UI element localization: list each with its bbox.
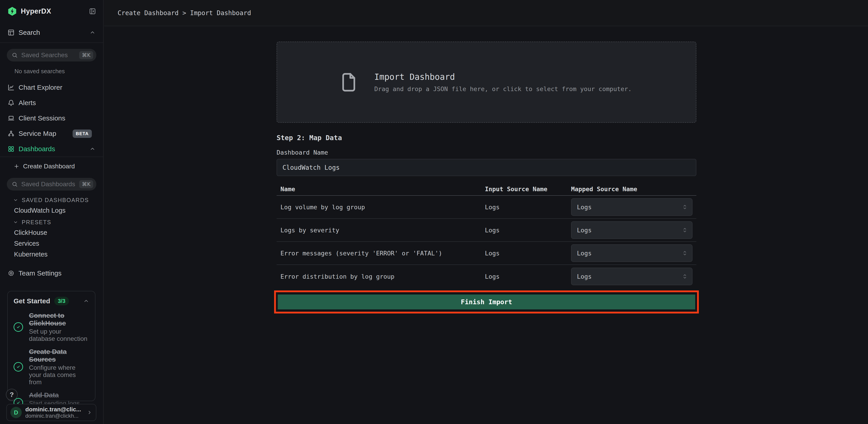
input-source-value: Logs: [485, 250, 571, 257]
saved-searches-placeholder: Saved Searches: [21, 52, 68, 59]
sidebar-item-kubernetes[interactable]: Kubernetes: [0, 249, 103, 260]
input-source-value: Logs: [485, 273, 571, 280]
import-dashboard-content: Import Dashboard Drag and drop a JSON fi…: [277, 27, 696, 424]
search-icon: [12, 181, 18, 187]
search-section-label: Search: [19, 29, 40, 36]
group-label: SAVED DASHBOARDS: [22, 197, 89, 203]
shortcut-badge: ⌘K: [79, 180, 93, 188]
app-logo[interactable]: HyperDX: [0, 0, 103, 23]
dropzone-subtitle: Drag and drop a JSON file here, or click…: [374, 86, 632, 92]
select-chevrons-icon: [682, 227, 687, 233]
dashboard-name-label: Dashboard Name: [277, 149, 328, 156]
sidebar-nav: Chart Explorer Alerts Client Sessions: [0, 80, 103, 157]
sidebar-item-services[interactable]: Services: [0, 238, 103, 249]
presets-group[interactable]: PRESETS: [0, 217, 103, 227]
sidebar-item-cloudwatch-logs[interactable]: CloudWatch Logs: [0, 205, 103, 216]
nav-label: Service Map: [19, 130, 56, 137]
dropzone-text: Import Dashboard Drag and drop a JSON fi…: [374, 72, 632, 92]
main-area: Import Dashboard Drag and drop a JSON fi…: [104, 27, 868, 424]
json-dropzone[interactable]: Import Dashboard Drag and drop a JSON fi…: [277, 41, 696, 123]
annotation-highlight-box: Finish Import: [274, 290, 699, 314]
hyperdx-logo-icon: [7, 6, 17, 16]
user-menu[interactable]: D dominic.tran@clic... dominic.tran@clic…: [6, 404, 96, 421]
sidebar: HyperDX Search Saved Searches ⌘K No save…: [0, 0, 103, 424]
check-circle-icon: [13, 362, 23, 371]
chart-name: Log volume by log group: [277, 204, 485, 210]
get-started-progress-badge: 3/3: [54, 297, 69, 305]
select-chevrons-icon: [682, 273, 687, 280]
nav-label: Client Sessions: [19, 115, 65, 122]
sidebar-item-alerts[interactable]: Alerts: [0, 95, 103, 110]
sidebar-collapse-icon[interactable]: [89, 8, 96, 15]
input-source-value: Logs: [485, 227, 571, 234]
saved-dashboards-group[interactable]: SAVED DASHBOARDS: [0, 195, 103, 205]
create-dashboard-button[interactable]: Create Dashboard: [0, 159, 103, 174]
finish-import-button[interactable]: Finish Import: [278, 294, 695, 309]
get-started-header[interactable]: Get Started 3/3: [13, 296, 89, 306]
help-button[interactable]: ?: [6, 389, 18, 400]
check-circle-icon: [13, 322, 23, 332]
sidebar-item-clickhouse[interactable]: ClickHouse: [0, 227, 103, 238]
table-row: Error messages (severity 'ERROR' or 'FAT…: [277, 242, 696, 265]
app-title: HyperDX: [21, 7, 51, 15]
create-dashboard-label: Create Dashboard: [23, 163, 75, 170]
beta-badge: BETA: [72, 130, 92, 138]
dashboard-name-input[interactable]: [277, 159, 696, 176]
chevron-down-icon: [13, 220, 18, 225]
saved-searches-input[interactable]: Saved Searches ⌘K: [7, 49, 96, 62]
mapped-source-select[interactable]: Logs: [571, 268, 692, 285]
selected-option: Logs: [577, 227, 592, 234]
no-saved-searches-text: No saved searches: [14, 68, 103, 75]
sidebar-item-chart-explorer[interactable]: Chart Explorer: [0, 80, 103, 95]
group-label: PRESETS: [22, 219, 51, 226]
get-started-card: Get Started 3/3 Connect to ClickHouse Se…: [7, 291, 95, 401]
selected-option: Logs: [577, 250, 592, 257]
user-name: dominic.tran@clic...: [25, 406, 81, 413]
step-heading: Step 2: Map Data: [277, 134, 342, 142]
tree-item-label: Services: [14, 240, 39, 247]
sidebar-item-service-map[interactable]: Service Map BETA: [0, 126, 103, 141]
selected-option: Logs: [577, 273, 592, 280]
breadcrumb: Create Dashboard > Import Dashboard: [118, 9, 251, 17]
get-started-item-title: Connect to ClickHouse: [29, 312, 89, 327]
nav-label: Dashboards: [19, 145, 55, 153]
saved-dashboards-placeholder: Saved Dashboards: [21, 181, 75, 188]
shortcut-badge: ⌘K: [79, 51, 93, 59]
table-row: Error distribution by log group Logs Log…: [277, 265, 696, 288]
get-started-item-subtitle: Set up your database connection: [29, 328, 89, 343]
chevron-down-icon: [13, 198, 18, 202]
laptop-icon: [8, 115, 14, 122]
get-started-item-connect[interactable]: Connect to ClickHouse Set up your databa…: [13, 312, 89, 343]
mapped-source-select[interactable]: Logs: [571, 198, 692, 216]
user-texts: dominic.tran@clic... dominic.tran@clickh…: [25, 406, 81, 419]
tree-item-label: Kubernetes: [14, 251, 48, 258]
input-source-value: Logs: [485, 204, 571, 210]
chevron-up-icon: [83, 298, 89, 304]
select-chevrons-icon: [682, 204, 687, 210]
chart-name: Error messages (severity 'ERROR' or 'FAT…: [277, 250, 485, 257]
tree-item-label: ClickHouse: [14, 229, 47, 236]
table-row: Logs by severity Logs Logs: [277, 219, 696, 242]
get-started-item-sources[interactable]: Create Data Sources Configure where your…: [13, 348, 89, 386]
saved-dashboards-input[interactable]: Saved Dashboards ⌘K: [7, 178, 96, 191]
selected-option: Logs: [577, 204, 592, 210]
panels-icon: [8, 29, 14, 36]
user-email: dominic.tran@clickh...: [25, 413, 81, 419]
mapping-table: Name Input Source Name Mapped Source Nam…: [277, 183, 696, 288]
file-icon: [341, 72, 356, 92]
divider: [0, 157, 103, 157]
grid-icon: [8, 145, 14, 152]
line-chart-icon: [8, 84, 14, 91]
dropzone-title: Import Dashboard: [374, 72, 632, 82]
get-started-item-text: Connect to ClickHouse Set up your databa…: [29, 312, 89, 343]
gear-icon: [8, 270, 14, 276]
sidebar-item-team-settings[interactable]: Team Settings: [0, 266, 103, 281]
plus-icon: [13, 163, 20, 169]
sidebar-item-client-sessions[interactable]: Client Sessions: [0, 110, 103, 126]
get-started-title: Get Started: [13, 297, 50, 305]
table-row: Log volume by log group Logs Logs: [277, 196, 696, 219]
sidebar-item-dashboards[interactable]: Dashboards: [0, 141, 103, 157]
mapped-source-select[interactable]: Logs: [571, 244, 692, 262]
mapped-source-select[interactable]: Logs: [571, 221, 692, 239]
sidebar-item-search[interactable]: Search: [0, 23, 103, 43]
